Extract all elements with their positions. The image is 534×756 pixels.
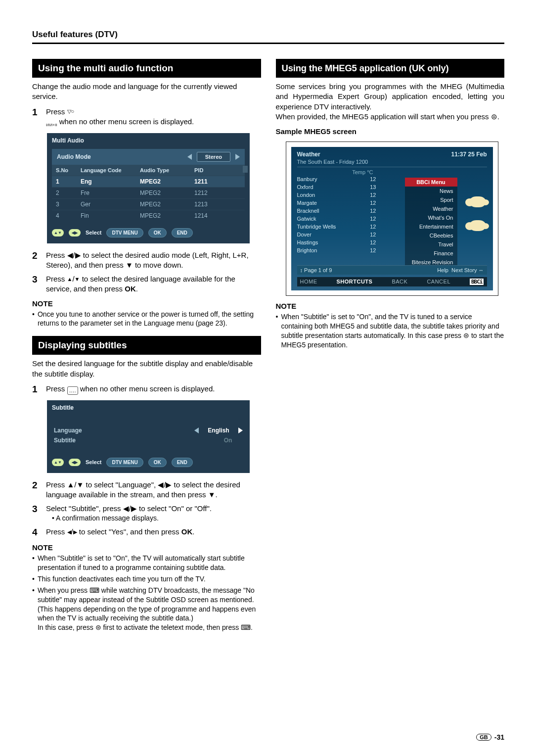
cell: 1211 xyxy=(194,178,234,185)
mheg-menu-header: BBCi Menu xyxy=(405,178,457,187)
list-item[interactable]: Entertainment xyxy=(405,222,457,231)
end-button[interactable]: END xyxy=(172,228,193,237)
end-button[interactable]: END xyxy=(172,458,193,467)
shortcuts-button[interactable]: SHORTCUTS xyxy=(336,279,372,285)
cancel-button[interactable]: CANCEL xyxy=(427,279,450,285)
table-row[interactable]: 3 Ger MPEG2 1213 xyxy=(52,198,245,210)
cell: MPEG2 xyxy=(140,201,194,208)
table-row[interactable]: 1 Eng MPEG2 1211 xyxy=(52,176,245,187)
col-lang: Language Code xyxy=(81,167,140,173)
list-item: Gatwick12 xyxy=(297,215,376,223)
dtv-menu-button[interactable]: DTV MENU xyxy=(106,458,143,467)
multi-audio-step-3: 3 Press ▲/▼ to select the desired langua… xyxy=(32,274,261,294)
audio-mode-icon-label: I/II/I+II xyxy=(46,123,57,127)
list-item[interactable]: Weather xyxy=(405,204,457,213)
table-row[interactable]: 4 Fin MPEG2 1214 xyxy=(52,210,245,221)
page-indicator: ↕ Page 1 of 9 xyxy=(300,267,332,273)
multi-audio-step-2: 2 Press ◀/▶ to select the desired audio … xyxy=(32,250,261,271)
ok-button[interactable]: OK xyxy=(148,458,167,467)
panel-title: Multi Audio xyxy=(52,137,245,144)
weather-icons xyxy=(469,196,486,231)
list-item: London12 xyxy=(297,191,376,199)
step-number: 3 xyxy=(32,504,39,523)
cell: 4 xyxy=(56,212,81,219)
step-number: 4 xyxy=(32,527,39,538)
mheg-screen: Weather 11:37 25 Feb The South East - Fr… xyxy=(291,147,493,290)
col-sno: S.No xyxy=(56,167,81,173)
table-row[interactable]: 2 Fre MPEG2 1212 xyxy=(52,187,245,198)
row-label: Subtitle xyxy=(54,437,76,444)
list-item: Dover12 xyxy=(297,231,376,238)
nav-leftright-icon[interactable]: ◀▶ xyxy=(69,229,81,236)
mheg-footer-2: HOME SHORTCUTS BACK CANCEL BBCi xyxy=(297,277,487,286)
chevron-left-icon[interactable] xyxy=(187,154,192,160)
subtitle-row-toggle[interactable]: Subtitle On xyxy=(54,437,243,444)
panel-footer: ▲▼ ◀▶ Select DTV MENU OK END xyxy=(52,458,245,467)
chevron-right-icon[interactable] xyxy=(235,154,240,160)
scroll-indicator-icon xyxy=(243,166,248,173)
list-item[interactable]: What's On xyxy=(405,213,457,222)
list-item: Brighton12 xyxy=(297,246,376,254)
subtitle-row-language[interactable]: Language English xyxy=(54,427,243,434)
note-item: When "Subtitle" is set to "On", and the … xyxy=(281,312,504,350)
list-item: Bracknell12 xyxy=(297,207,376,215)
note-heading: NOTE xyxy=(32,299,261,308)
mheg-footer-1: ↕ Page 1 of 9 Help Next Story ↔ xyxy=(297,265,487,275)
list-item[interactable]: Sport xyxy=(405,195,457,204)
panel-footer: ▲▼ ◀▶ Select DTV MENU OK END xyxy=(52,228,245,237)
ok-button[interactable]: OK xyxy=(148,228,167,237)
row-label: Language xyxy=(54,427,82,434)
subtitles-intro: Set the desired language for the subtitl… xyxy=(32,359,261,379)
chevron-left-icon[interactable] xyxy=(194,427,199,433)
list-item[interactable]: News xyxy=(405,187,457,195)
txt: when no other menu screen is displayed. xyxy=(80,384,215,393)
step1-tail: when no other menu screen is displayed. xyxy=(59,117,194,126)
list-item[interactable]: Travel xyxy=(405,240,457,249)
subtitle-step-4: 4 Press ◀/▶ to select "Yes", and then pr… xyxy=(32,527,261,538)
mheg-title: Weather xyxy=(297,151,320,158)
gb-badge: GB xyxy=(476,734,491,741)
section-subtitles-heading: Displaying subtitles xyxy=(32,336,261,355)
note-item: When "Subtitle" is set to "On", the TV w… xyxy=(38,554,261,572)
section-multi-audio-heading: Using the multi audio function xyxy=(32,59,261,78)
cell: 1214 xyxy=(194,212,234,219)
subtitle-step-2: 2 Press ▲/▼ to select "Language", ◀/▶ to… xyxy=(32,480,261,500)
subtitle-step-1: 1 Press …. when no other menu screen is … xyxy=(32,384,261,395)
nav-updown-icon[interactable]: ▲▼ xyxy=(52,229,64,236)
help-label[interactable]: Help xyxy=(437,267,448,273)
mheg-intro: Some services bring you programmes with … xyxy=(276,82,505,122)
sample-mheg-heading: Sample MHEG5 screen xyxy=(276,127,505,137)
audio-mode-value[interactable]: Stereo xyxy=(197,152,230,162)
chevron-right-icon[interactable] xyxy=(238,427,243,433)
section-mheg-heading: Using the MHEG5 application (UK only) xyxy=(276,59,505,78)
step-body: Press ◀/▶ to select the desired audio mo… xyxy=(46,250,261,271)
list-item[interactable]: CBeebies xyxy=(405,231,457,240)
cell: MPEG2 xyxy=(140,212,194,219)
list-item: Margate12 xyxy=(297,199,376,207)
next-story[interactable]: Next Story ↔ xyxy=(451,267,484,273)
home-button[interactable]: HOME xyxy=(300,279,317,285)
nav-updown-icon[interactable]: ▲▼ xyxy=(52,459,64,466)
mheg-subtitle: The South East - Friday 1200 xyxy=(297,159,487,167)
list-item[interactable]: Finance xyxy=(405,249,457,258)
multi-audio-panel: Multi Audio Audio Mode Stereo S.No Langu… xyxy=(47,133,250,243)
list-item: Tunbridge Wells12 xyxy=(297,223,376,231)
cell: Fre xyxy=(81,189,140,196)
dtv-menu-button[interactable]: DTV MENU xyxy=(106,228,143,237)
cell: 1 xyxy=(56,178,81,185)
back-button[interactable]: BACK xyxy=(392,279,407,285)
step-sub: A confirmation message displays. xyxy=(56,514,159,522)
language-value: English xyxy=(204,427,233,434)
audio-mode-label: Audio Mode xyxy=(57,153,91,160)
subtitle-panel: Subtitle Language English Subtitle On xyxy=(47,400,250,473)
multi-audio-step-1: 1 Press ▽○ I/II/I+II when no other menu … xyxy=(32,107,261,128)
nav-leftright-icon[interactable]: ◀▶ xyxy=(69,459,81,466)
audio-table-head: S.No Language Code Audio Type PID xyxy=(52,165,245,176)
cell: Ger xyxy=(81,201,140,208)
note-list: When "Subtitle" is set to "On", the TV w… xyxy=(32,554,261,632)
audio-mode-icon: ▽○ xyxy=(67,108,75,114)
note-item: Once you tune to another service or the … xyxy=(38,310,261,329)
note-heading: NOTE xyxy=(276,302,505,310)
right-column: Using the MHEG5 application (UK only) So… xyxy=(276,59,505,634)
select-label: Select xyxy=(86,459,101,465)
